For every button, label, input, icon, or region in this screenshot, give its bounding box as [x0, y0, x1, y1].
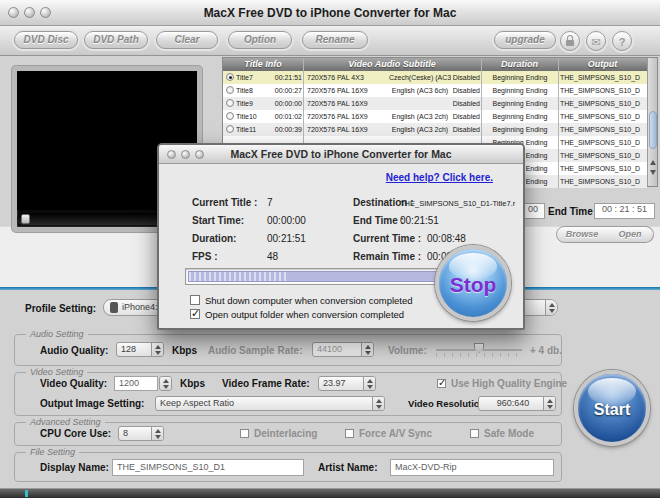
cell-time: 00:01:02 — [269, 110, 302, 123]
video-setting-legend: Video Setting — [26, 367, 87, 377]
output-image-dropdown[interactable]: Keep Aspect Ratio — [155, 396, 385, 411]
table-scrollbar[interactable] — [647, 58, 657, 186]
end-time-label: End Time : — [548, 206, 599, 217]
advanced-setting-legend: Advanced Setting — [26, 417, 105, 427]
resolution-dropdown[interactable]: 960:640 — [478, 396, 556, 411]
browse-button[interactable]: Browse — [556, 226, 608, 243]
output-image-arrows[interactable] — [372, 397, 384, 410]
title-radio[interactable] — [226, 112, 234, 120]
register-button[interactable] — [560, 31, 580, 51]
dialog-titlebar: MacX Free DVD to iPhone Converter for Ma… — [159, 145, 523, 164]
audio-quality-label: Audio Quality: — [40, 345, 108, 356]
email-icon: ✉ — [591, 36, 600, 48]
playback-slider-handle[interactable] — [21, 214, 30, 224]
option-button[interactable]: Option — [228, 31, 292, 49]
cell-video: 720X576 PAL 4X3 — [307, 71, 393, 84]
safe-mode-checkbox[interactable] — [470, 429, 479, 438]
title-radio[interactable] — [226, 99, 234, 107]
audio-kbps-label: Kbps — [172, 345, 197, 356]
remain-time-label: Remain Time : — [353, 251, 421, 262]
progress-bar-dots — [189, 272, 289, 281]
scroll-up-icon[interactable] — [650, 160, 656, 165]
audio-quality-arrows[interactable] — [151, 343, 163, 356]
col-video-audio-subtitle[interactable]: Video Audio Subtitle — [303, 58, 481, 71]
cell-duration: Beginning Ending — [483, 97, 557, 110]
cell-audio: English (AC3 6ch) — [389, 84, 451, 97]
fps-label: FPS : — [192, 251, 218, 262]
video-quality-arrows[interactable] — [160, 377, 171, 390]
deinterlacing-checkbox[interactable] — [240, 429, 249, 438]
start-button-label: Start — [578, 401, 646, 419]
table-row[interactable]: Title9 00:00:00 720X576 PAL 16X9 Disable… — [223, 97, 647, 110]
start-time-value: 00:00:00 — [267, 215, 306, 226]
upgrade-button[interactable]: upgrade — [494, 31, 556, 49]
volume-slider-ticks — [436, 353, 522, 357]
help-button[interactable]: ? — [612, 31, 632, 51]
dvd-disc-button[interactable]: DVD Disc — [14, 31, 78, 49]
title-radio[interactable] — [226, 73, 234, 81]
table-row[interactable]: Title10 00:01:02 720X576 PAL 16X9 Englis… — [223, 110, 647, 123]
cpu-core-dropdown[interactable]: 8 — [118, 426, 164, 441]
title-radio[interactable] — [226, 125, 234, 133]
col-output[interactable]: Output — [558, 58, 647, 71]
artist-name-input[interactable]: MacX-DVD-Rip — [390, 459, 554, 476]
need-help-link[interactable]: Need help? Click here. — [386, 172, 493, 183]
video-quality-label: Video Quality: — [40, 378, 107, 389]
cell-video: 720X576 PAL 16X9 — [307, 123, 393, 136]
table-row[interactable]: Title11 00:00:39 720X576 PAL 16X9 Englis… — [223, 123, 647, 136]
col-duration[interactable]: Duration — [481, 58, 558, 71]
display-name-input[interactable]: THE_SIMPSONS_S10_D1 — [112, 459, 304, 476]
file-setting-legend: File Setting — [26, 447, 79, 457]
open-folder-checkbox-label: Open output folder when conversion compl… — [205, 309, 404, 320]
cell-video: 720X576 PAL 16X9 — [307, 84, 393, 97]
shutdown-checkbox[interactable] — [190, 295, 200, 305]
end-time-field[interactable]: 00 : 21 : 51 — [594, 203, 655, 219]
cell-output: THE_SIMPSONS_S10_D — [560, 149, 647, 162]
cell-duration: Beginning Ending — [483, 84, 557, 97]
audio-setting-legend: Audio Setting — [26, 329, 88, 339]
contact-button[interactable]: ✉ — [586, 31, 606, 51]
background-window-strip — [0, 488, 660, 498]
open-button[interactable]: Open — [607, 226, 654, 243]
iphone-icon — [110, 302, 118, 313]
table-row[interactable]: Title8 00:00:27 720X576 PAL 16X9 English… — [223, 84, 647, 97]
fps-value: 48 — [267, 251, 278, 262]
frame-rate-dropdown[interactable]: 23.97 — [318, 376, 376, 391]
hq-engine-label: Use High Quality Engine — [451, 378, 567, 389]
scrollbar-thumb[interactable] — [649, 111, 657, 149]
start-time-label: Start Time: — [192, 215, 244, 226]
video-quality-stepper[interactable] — [159, 376, 172, 391]
video-quality-input[interactable]: 1200 — [114, 376, 158, 391]
sample-rate-dropdown[interactable]: 44100 — [312, 342, 374, 357]
force-av-sync-label: Force A/V Sync — [359, 428, 432, 439]
video-kbps-label: Kbps — [180, 378, 205, 389]
table-header: Title Info Video Audio Subtitle Duration… — [223, 58, 647, 71]
cell-subtitle: Disabled — [451, 71, 480, 84]
force-av-sync-checkbox[interactable] — [345, 429, 354, 438]
current-time-value: 00:08:48 — [427, 233, 466, 244]
table-row[interactable]: Title7 00:21:51 720X576 PAL 4X3 Czech(Ce… — [223, 71, 647, 84]
end-time-dialog-label: End Time : — [353, 215, 404, 226]
frame-rate-arrows[interactable] — [363, 377, 375, 390]
safe-mode-label: Safe Mode — [484, 428, 534, 439]
deinterlacing-label: Deinterlacing — [254, 428, 317, 439]
resolution-value: 960:640 — [479, 397, 543, 410]
cpu-core-arrows[interactable] — [151, 427, 163, 440]
dvd-path-button[interactable]: DVD Path — [84, 31, 148, 49]
open-folder-checkbox[interactable] — [190, 309, 200, 319]
col-title-info[interactable]: Title Info — [223, 58, 303, 71]
title-radio[interactable] — [226, 86, 234, 94]
output-image-label: Output Image Setting: — [40, 398, 144, 409]
scroll-down-icon[interactable] — [650, 170, 656, 175]
clear-button[interactable]: Clear — [156, 31, 218, 49]
audio-quality-stepper[interactable]: 128 — [116, 342, 164, 357]
hq-engine-checkbox[interactable] — [437, 379, 446, 388]
cell-duration: Beginning Ending — [483, 71, 557, 84]
question-icon: ? — [619, 36, 626, 48]
resolution-arrows[interactable] — [543, 397, 555, 410]
start-button[interactable]: Start — [574, 370, 650, 446]
profile-stepper[interactable] — [545, 300, 557, 315]
stop-button[interactable]: Stop — [435, 245, 511, 321]
sample-rate-arrows[interactable] — [361, 343, 373, 356]
rename-button[interactable]: Rename — [302, 31, 368, 49]
